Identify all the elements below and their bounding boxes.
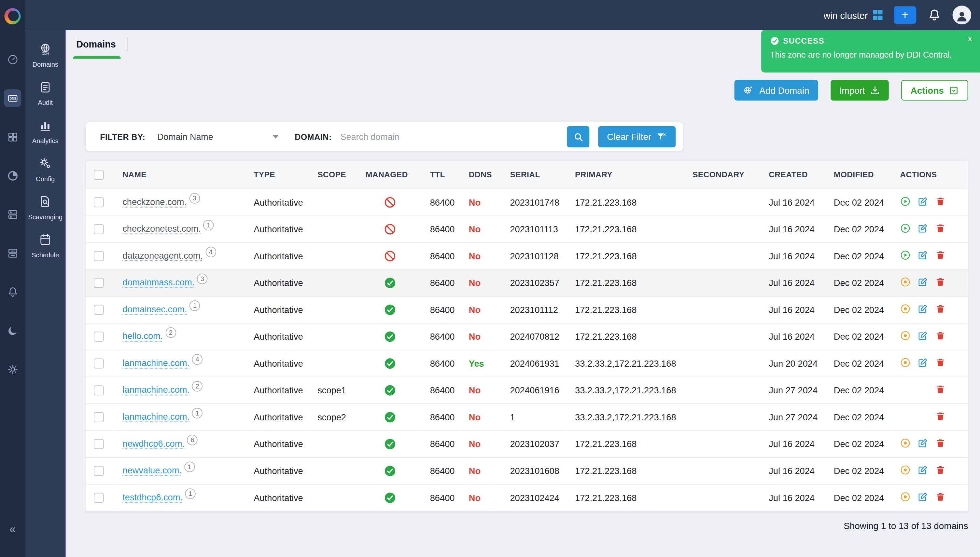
row-checkbox[interactable] [94, 466, 104, 476]
column-header-type[interactable]: TYPE [245, 161, 309, 188]
edit-action-icon[interactable] [918, 303, 928, 314]
delete-action-icon[interactable] [935, 303, 946, 314]
edit-action-icon[interactable] [918, 438, 928, 448]
dns-module-icon[interactable]: DNS [4, 90, 21, 107]
column-header-created[interactable]: CREATED [761, 161, 826, 188]
edit-action-icon[interactable] [918, 491, 928, 502]
column-header-serial[interactable]: SERIAL [502, 161, 567, 188]
app-logo[interactable] [4, 8, 21, 24]
import-button[interactable]: Import [831, 80, 889, 101]
column-header-primary[interactable]: PRIMARY [567, 161, 684, 188]
edit-action-icon[interactable] [918, 276, 928, 287]
row-checkbox[interactable] [94, 386, 104, 396]
cluster-selector[interactable]: win cluster [823, 10, 882, 21]
dhcp-server-icon[interactable] [4, 205, 21, 223]
domain-name-link[interactable]: hello.com. [122, 331, 163, 340]
filter-by-dropdown[interactable]: Domain Name [157, 132, 282, 142]
sidebar-item-config[interactable]: Config [25, 151, 66, 189]
column-header-ddns[interactable]: DDNS [461, 161, 502, 188]
delete-action-icon[interactable] [935, 357, 946, 368]
row-checkbox[interactable] [94, 197, 104, 208]
column-header-secondary[interactable]: SECONDARY [684, 161, 761, 188]
sidebar-item-audit[interactable]: Audit [25, 74, 66, 112]
row-checkbox[interactable] [94, 493, 104, 503]
column-header-managed[interactable]: MANAGED [358, 161, 422, 188]
row-checkbox[interactable] [94, 224, 104, 234]
row-checkbox[interactable] [94, 305, 104, 315]
delete-action-icon[interactable] [935, 491, 946, 502]
add-domain-button[interactable]: Add Domain [734, 80, 818, 101]
sidebar-item-scavenging[interactable]: Scavenging [25, 189, 66, 227]
row-checkbox[interactable] [94, 439, 104, 449]
row-checkbox[interactable] [94, 358, 104, 369]
column-header-name[interactable]: NAME [114, 161, 245, 188]
column-header-scope[interactable]: SCOPE [309, 161, 358, 188]
domain-name-link[interactable]: domainmass.com. [122, 277, 194, 287]
domain-name-link[interactable]: datazoneagent.com. [122, 250, 203, 260]
notifications-bell-icon[interactable] [928, 8, 941, 22]
play-action-icon[interactable] [900, 249, 911, 260]
collapse-sidebar-button[interactable]: « [0, 523, 25, 536]
edit-action-icon[interactable] [918, 330, 928, 341]
dashboard-icon[interactable] [4, 50, 21, 68]
domain-name-link[interactable]: checkzone.com. [122, 197, 186, 207]
cluster-pie-icon[interactable] [4, 167, 21, 184]
row-checkbox[interactable] [94, 332, 104, 342]
dark-mode-icon[interactable] [4, 322, 21, 339]
delete-action-icon[interactable] [935, 384, 946, 395]
pause-action-icon[interactable] [900, 438, 911, 448]
delete-action-icon[interactable] [935, 249, 946, 260]
delete-action-icon[interactable] [935, 438, 946, 448]
delete-action-icon[interactable] [935, 196, 946, 207]
dns-server-icon[interactable] [4, 244, 21, 262]
sidebar-item-analytics[interactable]: Analytics [25, 112, 66, 151]
delete-action-icon[interactable] [935, 276, 946, 287]
domain-name-link[interactable]: testdhcp6.com. [122, 492, 183, 502]
delete-action-icon[interactable] [935, 410, 946, 421]
edit-action-icon[interactable] [918, 223, 928, 233]
pause-action-icon[interactable] [900, 276, 911, 287]
edit-action-icon[interactable] [918, 249, 928, 260]
domain-name-link[interactable]: newvalue.com. [122, 465, 182, 475]
row-checkbox[interactable] [94, 412, 104, 422]
edit-action-icon[interactable] [918, 196, 928, 207]
row-checkbox[interactable] [94, 251, 104, 261]
pause-action-icon[interactable] [900, 303, 911, 314]
column-header-modified[interactable]: MODIFIED [826, 161, 892, 188]
tab-domains[interactable]: Domains [76, 30, 116, 59]
sidebar-item-schedule[interactable]: Schedule [25, 227, 66, 265]
delete-action-icon[interactable] [935, 223, 946, 233]
global-add-button[interactable]: + [894, 6, 916, 24]
delete-action-icon[interactable] [935, 330, 946, 341]
domain-name-link[interactable]: newdhcp6.com. [122, 438, 185, 448]
play-action-icon[interactable] [900, 196, 911, 207]
search-button[interactable] [567, 126, 589, 147]
row-checkbox[interactable] [94, 278, 104, 288]
settings-gear-icon[interactable] [4, 360, 21, 378]
domain-name-link[interactable]: lanmachine.com. [122, 411, 189, 421]
domain-name-link[interactable]: domainsec.com. [122, 304, 187, 314]
actions-button[interactable]: Actions [901, 80, 968, 101]
alerts-bell-icon[interactable] [4, 283, 21, 301]
toast-close-button[interactable]: x [968, 34, 972, 43]
audit-clipboard-icon [39, 81, 52, 96]
select-all-checkbox[interactable] [94, 170, 104, 180]
edit-action-icon[interactable] [918, 357, 928, 368]
delete-action-icon[interactable] [935, 464, 946, 475]
user-avatar[interactable] [953, 5, 972, 24]
ipam-icon[interactable] [4, 128, 21, 146]
domain-name-link[interactable]: checkzonetest.com. [122, 223, 201, 233]
column-header-ttl[interactable]: TTL [422, 161, 461, 188]
primary-cell: 172.21.223.168 [567, 430, 684, 458]
pause-action-icon[interactable] [900, 357, 911, 368]
edit-action-icon[interactable] [918, 464, 928, 475]
pause-action-icon[interactable] [900, 330, 911, 341]
domain-search-input[interactable] [341, 132, 567, 142]
domain-name-link[interactable]: lanmachine.com. [122, 358, 189, 368]
clear-filter-button[interactable]: Clear Filter [598, 126, 676, 147]
play-action-icon[interactable] [900, 223, 911, 233]
sidebar-item-domains[interactable]: COM Domains [25, 36, 66, 74]
domain-name-link[interactable]: lanmachine.com. [122, 384, 189, 395]
pause-action-icon[interactable] [900, 491, 911, 502]
pause-action-icon[interactable] [900, 464, 911, 475]
